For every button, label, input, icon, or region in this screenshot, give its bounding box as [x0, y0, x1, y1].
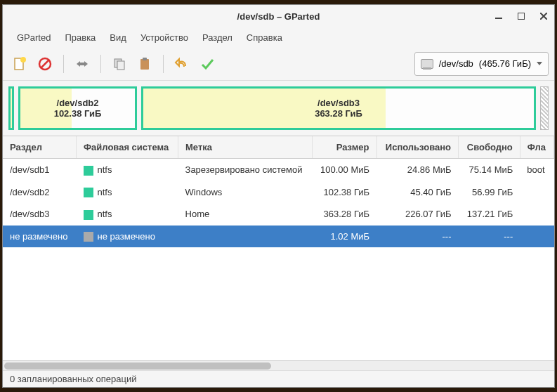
scrollbar-thumb[interactable]	[4, 362, 271, 370]
status-text: 0 запланированных операций	[10, 374, 137, 384]
disk-icon	[421, 59, 433, 69]
window-title: /dev/sdb – GParted	[237, 11, 320, 22]
svg-rect-0	[495, 18, 502, 19]
cell-flags	[520, 226, 553, 248]
statusbar: 0 запланированных операций	[3, 370, 554, 387]
close-icon	[540, 13, 547, 20]
svg-point-5	[20, 57, 26, 63]
horizontal-scrollbar[interactable]	[3, 360, 554, 370]
table-row[interactable]: /dev/sdb3ntfsHome363.28 ГиБ226.07 ГиБ137…	[3, 203, 554, 226]
cell-filesystem: ntfs	[77, 203, 178, 226]
menu-device[interactable]: Устройство	[133, 30, 195, 46]
check-icon	[199, 56, 215, 72]
filesystem-swatch-icon	[84, 166, 93, 176]
cell-used: ---	[376, 226, 459, 248]
app-window: /dev/sdb – GParted GParted Правка Вид Ус…	[2, 4, 555, 388]
cell-label: Windows	[178, 181, 313, 204]
filesystem-swatch-icon	[84, 188, 93, 197]
cell-free: 56.99 ГиБ	[459, 181, 520, 204]
menu-edit[interactable]: Правка	[58, 30, 103, 46]
copy-button[interactable]	[108, 53, 131, 75]
cell-size: 363.28 ГиБ	[312, 203, 376, 226]
cell-flags	[520, 203, 553, 226]
minimize-button[interactable]	[494, 11, 504, 21]
chevron-down-icon	[537, 62, 542, 65]
cell-partition: /dev/sdb3	[3, 203, 77, 226]
table-header-row: Раздел Файловая система Метка Размер Исп…	[3, 136, 554, 159]
partition-table: Раздел Файловая система Метка Размер Исп…	[3, 136, 554, 360]
col-used[interactable]: Использовано	[376, 136, 459, 159]
table-row[interactable]: не размеченоне размечено1.02 МиБ------	[3, 226, 554, 248]
cell-filesystem: не размечено	[77, 226, 178, 248]
toolbar-separator	[163, 55, 164, 73]
paste-icon	[137, 56, 152, 72]
cell-label: Home	[178, 203, 313, 226]
resize-move-button[interactable]	[71, 53, 93, 75]
undo-button[interactable]	[171, 53, 193, 75]
device-selector[interactable]: /dev/sdb (465.76 ГиБ)	[414, 52, 549, 76]
cell-filesystem: ntfs	[77, 181, 178, 204]
partition-box-sdb3[interactable]: /dev/sdb3 363.28 ГиБ	[141, 86, 536, 130]
partition-box-sdb2[interactable]: /dev/sdb2 102.38 ГиБ	[18, 86, 137, 130]
menu-help[interactable]: Справка	[240, 30, 289, 46]
maximize-button[interactable]	[516, 11, 526, 21]
table-row[interactable]: /dev/sdb1ntfsЗарезервировано системой100…	[3, 159, 554, 181]
cell-partition: /dev/sdb2	[3, 181, 77, 204]
svg-rect-1	[518, 13, 525, 20]
cell-used: 24.86 МиБ	[376, 159, 459, 181]
cell-partition: /dev/sdb1	[3, 159, 77, 181]
device-size: (465.76 ГиБ)	[479, 58, 531, 69]
cell-partition: не размечено	[3, 226, 77, 248]
col-free[interactable]: Свободно	[459, 136, 520, 159]
new-partition-button[interactable]	[8, 53, 31, 75]
titlebar: /dev/sdb – GParted	[3, 5, 554, 27]
menu-view[interactable]: Вид	[103, 30, 133, 46]
partition-box-unallocated[interactable]	[540, 86, 549, 130]
delete-partition-button[interactable]	[34, 53, 56, 75]
svg-rect-11	[140, 59, 149, 70]
col-size[interactable]: Размер	[312, 136, 376, 159]
partition-box-name: /dev/sdb2	[54, 98, 102, 108]
cell-free: 137.21 ГиБ	[459, 203, 520, 226]
cell-flags: boot	[520, 159, 553, 181]
menu-gparted[interactable]: GParted	[10, 30, 58, 46]
partition-box-size: 102.38 ГиБ	[54, 108, 102, 119]
cell-free: 75.14 МиБ	[459, 159, 520, 181]
partition-box-name: /dev/sdb3	[315, 98, 362, 108]
table-row[interactable]: /dev/sdb2ntfsWindows102.38 ГиБ45.40 ГиБ5…	[3, 181, 554, 204]
cell-label: Зарезервировано системой	[178, 159, 313, 181]
cell-size: 1.02 МиБ	[312, 226, 376, 248]
partition-box-size: 363.28 ГиБ	[315, 108, 362, 119]
paste-button[interactable]	[133, 53, 156, 75]
svg-rect-8	[80, 63, 84, 65]
svg-rect-10	[117, 61, 124, 70]
cell-size: 102.38 ГиБ	[312, 181, 376, 204]
close-button[interactable]	[539, 11, 549, 21]
filesystem-swatch-icon	[84, 232, 93, 242]
cell-used: 45.40 ГиБ	[376, 181, 459, 204]
delete-forbidden-icon	[37, 56, 53, 72]
svg-line-7	[41, 60, 49, 68]
cell-flags	[520, 181, 553, 204]
filesystem-swatch-icon	[84, 210, 93, 220]
col-partition[interactable]: Раздел	[3, 136, 77, 159]
maximize-icon	[518, 13, 525, 20]
cell-free: ---	[459, 226, 520, 248]
undo-icon	[174, 56, 190, 72]
apply-button[interactable]	[196, 53, 218, 75]
cell-label	[178, 226, 313, 248]
window-controls	[494, 11, 549, 21]
svg-rect-12	[143, 58, 147, 60]
col-label[interactable]: Метка	[178, 136, 313, 159]
partition-box-sdb1[interactable]	[8, 86, 14, 130]
new-file-icon	[12, 56, 27, 72]
col-flags[interactable]: Фла	[520, 136, 553, 159]
partition-graphic: /dev/sdb2 102.38 ГиБ /dev/sdb3 363.28 Ги…	[8, 86, 549, 130]
resize-arrows-icon	[74, 56, 90, 72]
toolbar-separator	[100, 55, 101, 73]
minimize-icon	[495, 13, 502, 20]
col-filesystem[interactable]: Файловая система	[77, 136, 178, 159]
menu-partition[interactable]: Раздел	[195, 30, 240, 46]
cell-filesystem: ntfs	[77, 159, 178, 181]
device-name: /dev/sdb	[439, 58, 473, 69]
